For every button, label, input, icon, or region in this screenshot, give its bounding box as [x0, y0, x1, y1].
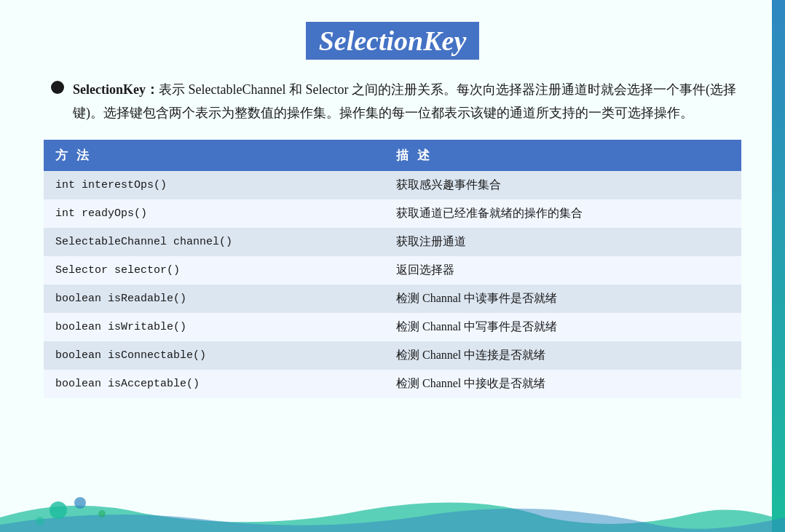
- method-cell: int readyOps(): [44, 199, 384, 228]
- method-cell: boolean isReadable(): [44, 285, 384, 313]
- method-cell: int interestOps(): [44, 171, 384, 199]
- svg-point-0: [50, 501, 67, 519]
- table-row: boolean isAcceptable()检测 Channel 中接收是否就绪: [44, 370, 741, 398]
- description-cell: 检测 Channel 中接收是否就绪: [384, 370, 741, 398]
- intro-body: 表示 SelectableChannel 和 Selector 之间的注册关系。…: [73, 82, 736, 120]
- method-cell: boolean isWritable(): [44, 313, 384, 341]
- table-row: int readyOps()获取通道已经准备就绪的操作的集合: [44, 199, 741, 228]
- intro-text: SelectionKey：表示 SelectableChannel 和 Sele…: [73, 78, 741, 125]
- intro-section: SelectionKey：表示 SelectableChannel 和 Sele…: [44, 78, 741, 125]
- description-cell: 获取感兴趣事件集合: [384, 171, 741, 199]
- method-cell: boolean isConnectable(): [44, 341, 384, 370]
- bottom-decoration: [0, 488, 785, 532]
- page-title: SelectionKey: [306, 22, 480, 60]
- table-header-row: 方 法 描 述: [44, 140, 741, 171]
- col-header-description: 描 述: [384, 140, 741, 171]
- description-cell: 获取注册通道: [384, 228, 741, 256]
- table-row: boolean isWritable()检测 Channal 中写事件是否就绪: [44, 313, 741, 341]
- right-decoration: [772, 0, 785, 532]
- svg-point-1: [74, 497, 86, 509]
- bullet-dot: [51, 81, 64, 94]
- description-cell: 获取通道已经准备就绪的操作的集合: [384, 199, 741, 228]
- description-cell: 返回选择器: [384, 256, 741, 285]
- bullet-item: SelectionKey：表示 SelectableChannel 和 Sele…: [51, 78, 741, 125]
- description-cell: 检测 Channal 中写事件是否就绪: [384, 313, 741, 341]
- svg-point-3: [36, 517, 44, 525]
- method-cell: boolean isAcceptable(): [44, 370, 384, 398]
- col-header-method: 方 法: [44, 140, 384, 171]
- description-cell: 检测 Channal 中读事件是否就绪: [384, 285, 741, 313]
- table-row: int interestOps()获取感兴趣事件集合: [44, 171, 741, 199]
- intro-keyword: SelectionKey：: [73, 82, 159, 97]
- table-row: boolean isReadable()检测 Channal 中读事件是否就绪: [44, 285, 741, 313]
- page-title-section: SelectionKey: [44, 22, 741, 60]
- table-row: SelectableChannel channel()获取注册通道: [44, 228, 741, 256]
- description-cell: 检测 Channel 中连接是否就绪: [384, 341, 741, 370]
- methods-table: 方 法 描 述 int interestOps()获取感兴趣事件集合int re…: [44, 140, 741, 398]
- method-cell: Selector selector(): [44, 256, 384, 285]
- method-cell: SelectableChannel channel(): [44, 228, 384, 256]
- page-container: SelectionKey SelectionKey：表示 SelectableC…: [0, 0, 785, 532]
- svg-point-2: [98, 510, 106, 517]
- table-row: Selector selector()返回选择器: [44, 256, 741, 285]
- table-row: boolean isConnectable()检测 Channel 中连接是否就…: [44, 341, 741, 370]
